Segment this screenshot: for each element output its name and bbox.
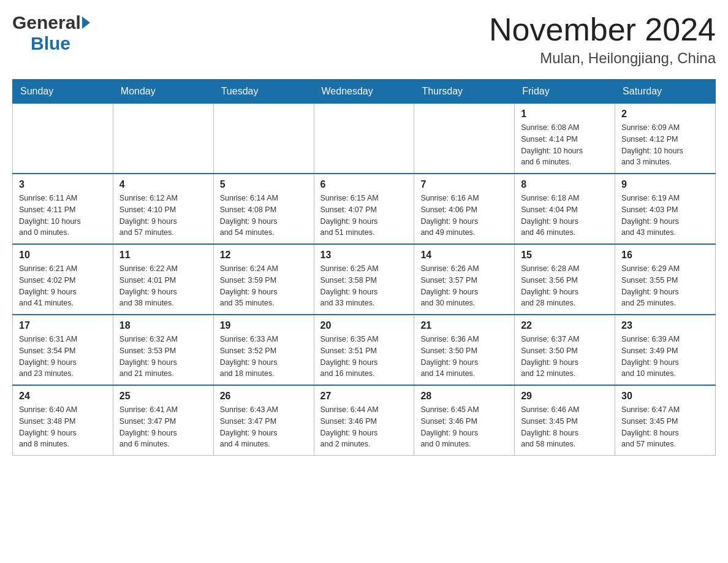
- day-info: Sunrise: 6:14 AM Sunset: 4:08 PM Dayligh…: [220, 193, 308, 239]
- calendar-cell: 4Sunrise: 6:12 AM Sunset: 4:10 PM Daylig…: [113, 174, 213, 244]
- calendar-cell: 20Sunrise: 6:35 AM Sunset: 3:51 PM Dayli…: [314, 315, 414, 385]
- day-info: Sunrise: 6:29 AM Sunset: 3:55 PM Dayligh…: [621, 263, 709, 309]
- calendar-cell: 6Sunrise: 6:15 AM Sunset: 4:07 PM Daylig…: [314, 174, 414, 244]
- day-info: Sunrise: 6:41 AM Sunset: 3:47 PM Dayligh…: [119, 404, 207, 450]
- day-info: Sunrise: 6:18 AM Sunset: 4:04 PM Dayligh…: [521, 193, 609, 239]
- day-info: Sunrise: 6:08 AM Sunset: 4:14 PM Dayligh…: [521, 122, 609, 168]
- calendar-title: November 2024: [489, 12, 716, 47]
- day-header-tuesday: Tuesday: [213, 80, 314, 104]
- day-info: Sunrise: 6:09 AM Sunset: 4:12 PM Dayligh…: [621, 122, 709, 168]
- day-number: 6: [320, 179, 408, 190]
- day-number: 7: [420, 179, 508, 190]
- day-info: Sunrise: 6:19 AM Sunset: 4:03 PM Dayligh…: [621, 193, 709, 239]
- day-info: Sunrise: 6:21 AM Sunset: 4:02 PM Dayligh…: [19, 263, 107, 309]
- day-header-wednesday: Wednesday: [314, 80, 414, 104]
- day-number: 15: [521, 250, 609, 261]
- day-number: 3: [19, 179, 107, 190]
- calendar-week-row: 3Sunrise: 6:11 AM Sunset: 4:11 PM Daylig…: [13, 174, 716, 244]
- calendar-header-row: SundayMondayTuesdayWednesdayThursdayFrid…: [13, 80, 716, 104]
- day-number: 27: [320, 391, 408, 402]
- day-number: 9: [621, 179, 709, 190]
- day-info: Sunrise: 6:33 AM Sunset: 3:52 PM Dayligh…: [220, 334, 308, 380]
- calendar-cell: [213, 104, 314, 174]
- day-info: Sunrise: 6:12 AM Sunset: 4:10 PM Dayligh…: [119, 193, 207, 239]
- day-number: 26: [220, 391, 308, 402]
- day-number: 28: [420, 391, 508, 402]
- calendar-cell: [13, 104, 113, 174]
- calendar-cell: 9Sunrise: 6:19 AM Sunset: 4:03 PM Daylig…: [615, 174, 716, 244]
- calendar-cell: 26Sunrise: 6:43 AM Sunset: 3:47 PM Dayli…: [213, 385, 314, 456]
- logo: General Blue: [12, 12, 90, 54]
- day-number: 23: [621, 320, 709, 331]
- calendar-cell: 14Sunrise: 6:26 AM Sunset: 3:57 PM Dayli…: [414, 244, 515, 315]
- day-info: Sunrise: 6:35 AM Sunset: 3:51 PM Dayligh…: [320, 334, 408, 380]
- day-number: 19: [220, 320, 308, 331]
- calendar-cell: 12Sunrise: 6:24 AM Sunset: 3:59 PM Dayli…: [213, 244, 314, 315]
- day-number: 20: [320, 320, 408, 331]
- day-info: Sunrise: 6:45 AM Sunset: 3:46 PM Dayligh…: [420, 404, 508, 450]
- day-info: Sunrise: 6:36 AM Sunset: 3:50 PM Dayligh…: [420, 334, 508, 380]
- calendar-cell: 17Sunrise: 6:31 AM Sunset: 3:54 PM Dayli…: [13, 315, 113, 385]
- calendar-cell: 28Sunrise: 6:45 AM Sunset: 3:46 PM Dayli…: [414, 385, 515, 456]
- day-number: 25: [119, 391, 207, 402]
- day-info: Sunrise: 6:22 AM Sunset: 4:01 PM Dayligh…: [119, 263, 207, 309]
- page-header: General Blue November 2024 Mulan, Heilon…: [12, 12, 716, 67]
- day-info: Sunrise: 6:46 AM Sunset: 3:45 PM Dayligh…: [521, 404, 609, 450]
- day-info: Sunrise: 6:16 AM Sunset: 4:06 PM Dayligh…: [420, 193, 508, 239]
- day-info: Sunrise: 6:39 AM Sunset: 3:49 PM Dayligh…: [621, 334, 709, 380]
- day-header-saturday: Saturday: [615, 80, 716, 104]
- calendar-cell: 27Sunrise: 6:44 AM Sunset: 3:46 PM Dayli…: [314, 385, 414, 456]
- logo-general-text: General: [12, 12, 81, 33]
- calendar-cell: 13Sunrise: 6:25 AM Sunset: 3:58 PM Dayli…: [314, 244, 414, 315]
- day-number: 11: [119, 250, 207, 261]
- day-header-friday: Friday: [515, 80, 615, 104]
- calendar-cell: 29Sunrise: 6:46 AM Sunset: 3:45 PM Dayli…: [515, 385, 615, 456]
- day-number: 4: [119, 179, 207, 190]
- logo-arrow-icon: [82, 17, 90, 29]
- day-number: 8: [521, 179, 609, 190]
- day-info: Sunrise: 6:28 AM Sunset: 3:56 PM Dayligh…: [521, 263, 609, 309]
- day-header-thursday: Thursday: [414, 80, 515, 104]
- day-info: Sunrise: 6:43 AM Sunset: 3:47 PM Dayligh…: [220, 404, 308, 450]
- calendar-cell: 21Sunrise: 6:36 AM Sunset: 3:50 PM Dayli…: [414, 315, 515, 385]
- calendar-cell: 3Sunrise: 6:11 AM Sunset: 4:11 PM Daylig…: [13, 174, 113, 244]
- day-number: 16: [621, 250, 709, 261]
- calendar-table: SundayMondayTuesdayWednesdayThursdayFrid…: [12, 79, 716, 456]
- day-info: Sunrise: 6:37 AM Sunset: 3:50 PM Dayligh…: [521, 334, 609, 380]
- calendar-cell: [314, 104, 414, 174]
- calendar-cell: 8Sunrise: 6:18 AM Sunset: 4:04 PM Daylig…: [515, 174, 615, 244]
- day-info: Sunrise: 6:40 AM Sunset: 3:48 PM Dayligh…: [19, 404, 107, 450]
- day-number: 13: [320, 250, 408, 261]
- calendar-cell: 19Sunrise: 6:33 AM Sunset: 3:52 PM Dayli…: [213, 315, 314, 385]
- logo-blue-text: Blue: [31, 33, 70, 54]
- calendar-cell: 5Sunrise: 6:14 AM Sunset: 4:08 PM Daylig…: [213, 174, 314, 244]
- calendar-week-row: 1Sunrise: 6:08 AM Sunset: 4:14 PM Daylig…: [13, 104, 716, 174]
- day-number: 14: [420, 250, 508, 261]
- day-number: 12: [220, 250, 308, 261]
- calendar-cell: 23Sunrise: 6:39 AM Sunset: 3:49 PM Dayli…: [615, 315, 716, 385]
- day-number: 5: [220, 179, 308, 190]
- calendar-cell: 25Sunrise: 6:41 AM Sunset: 3:47 PM Dayli…: [113, 385, 213, 456]
- day-number: 2: [621, 109, 709, 120]
- day-number: 22: [521, 320, 609, 331]
- calendar-week-row: 17Sunrise: 6:31 AM Sunset: 3:54 PM Dayli…: [13, 315, 716, 385]
- calendar-cell: 11Sunrise: 6:22 AM Sunset: 4:01 PM Dayli…: [113, 244, 213, 315]
- day-info: Sunrise: 6:11 AM Sunset: 4:11 PM Dayligh…: [19, 193, 107, 239]
- calendar-cell: 30Sunrise: 6:47 AM Sunset: 3:45 PM Dayli…: [615, 385, 716, 456]
- calendar-cell: 16Sunrise: 6:29 AM Sunset: 3:55 PM Dayli…: [615, 244, 716, 315]
- day-number: 17: [19, 320, 107, 331]
- day-info: Sunrise: 6:44 AM Sunset: 3:46 PM Dayligh…: [320, 404, 408, 450]
- day-info: Sunrise: 6:26 AM Sunset: 3:57 PM Dayligh…: [420, 263, 508, 309]
- day-number: 29: [521, 391, 609, 402]
- day-info: Sunrise: 6:47 AM Sunset: 3:45 PM Dayligh…: [621, 404, 709, 450]
- day-info: Sunrise: 6:15 AM Sunset: 4:07 PM Dayligh…: [320, 193, 408, 239]
- day-number: 30: [621, 391, 709, 402]
- calendar-cell: [113, 104, 213, 174]
- calendar-cell: 24Sunrise: 6:40 AM Sunset: 3:48 PM Dayli…: [13, 385, 113, 456]
- day-header-sunday: Sunday: [13, 80, 113, 104]
- day-info: Sunrise: 6:32 AM Sunset: 3:53 PM Dayligh…: [119, 334, 207, 380]
- day-info: Sunrise: 6:24 AM Sunset: 3:59 PM Dayligh…: [220, 263, 308, 309]
- calendar-cell: 18Sunrise: 6:32 AM Sunset: 3:53 PM Dayli…: [113, 315, 213, 385]
- day-number: 21: [420, 320, 508, 331]
- calendar-cell: 15Sunrise: 6:28 AM Sunset: 3:56 PM Dayli…: [515, 244, 615, 315]
